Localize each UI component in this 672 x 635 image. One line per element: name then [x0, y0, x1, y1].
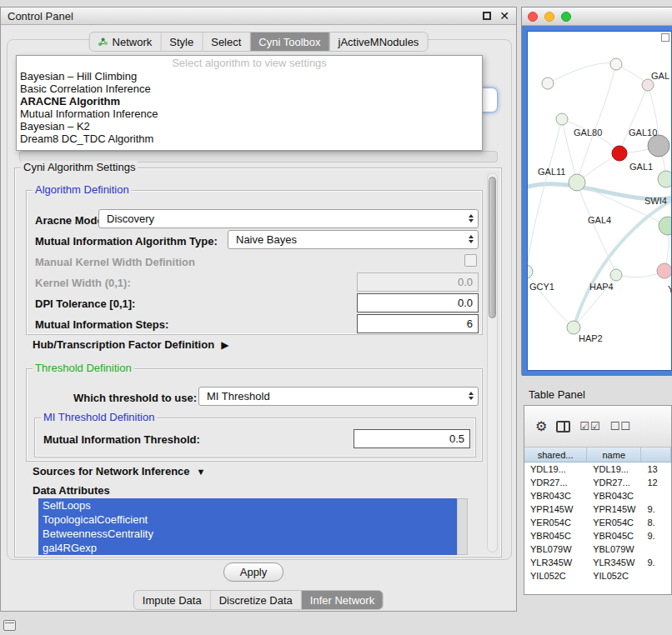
- network-node[interactable]: [569, 174, 585, 191]
- network-node[interactable]: [612, 146, 627, 161]
- network-node[interactable]: [659, 217, 672, 235]
- hub-transcription-factor-section[interactable]: Hub/Transcription Factor Definition ▶: [33, 338, 228, 351]
- network-node-gal80[interactable]: [556, 113, 568, 125]
- algorithm-popup-placeholder[interactable]: Select algorithm to view settings: [18, 57, 481, 70]
- tab-network[interactable]: Network: [90, 32, 162, 51]
- canvas-toggle-checkbox[interactable]: [661, 33, 669, 42]
- tab-label: Network: [113, 36, 153, 48]
- mac-minimize-button[interactable]: [544, 12, 554, 22]
- network-node-gal[interactable]: [642, 79, 654, 91]
- control-panel-window: Control Panel ✕ NetworkStyleSelectCyni T…: [0, 7, 517, 612]
- table-row[interactable]: YPR145WYPR145W9.: [524, 502, 671, 516]
- tab-jactivemnodules[interactable]: jActiveMNodules: [330, 32, 428, 51]
- bottom-tab-infer-network[interactable]: Infer Network: [302, 591, 383, 609]
- data-attributes-list: SelfLoopsTopologicalCoefficientBetweenne…: [38, 498, 457, 555]
- tab-select[interactable]: Select: [203, 32, 250, 51]
- sources-for-network-inference-section[interactable]: Sources for Network Inference ▼: [33, 465, 205, 478]
- attribute-item-gal4rgexp[interactable]: gal4RGexp: [38, 541, 457, 555]
- group-title: Threshold Definition: [33, 362, 134, 374]
- float-window-icon[interactable]: [483, 12, 491, 20]
- table-cell: 9.: [641, 558, 671, 568]
- cyni-algorithm-settings-group: Cyni Algorithm Settings Algorithm Defini…: [14, 168, 502, 558]
- network-node[interactable]: [657, 263, 672, 278]
- attribute-item-selfloops[interactable]: SelfLoops: [38, 498, 457, 512]
- manual-kernel-width-label: Manual Kernel Width Definition: [35, 256, 195, 268]
- bottom-tab-impute-data[interactable]: Impute Data: [134, 591, 211, 609]
- kernel-width-field[interactable]: 0.0: [357, 272, 479, 292]
- network-node[interactable]: [610, 269, 622, 281]
- expand-down-icon[interactable]: ▼: [197, 467, 206, 477]
- algorithm-option-dream8-dc-tdc-algorithm[interactable]: Dream8 DC_TDC Algorithm: [18, 132, 481, 145]
- network-edge[interactable]: [548, 63, 616, 83]
- table-row[interactable]: YBR043CYBR043C: [524, 489, 671, 502]
- table-row[interactable]: YBL079WYBL079W: [524, 542, 671, 556]
- unchecked-boxes-icon[interactable]: ☐☐: [610, 420, 631, 432]
- bottom-tab-discretize-data[interactable]: Discretize Data: [211, 591, 302, 609]
- algorithm-definition-group: Algorithm Definition Aracne Mode: Discov…: [26, 190, 483, 335]
- algorithm-option-mutual-information-inference[interactable]: Mutual Information Inference: [18, 108, 481, 120]
- mi-threshold-definition-group: MI Threshold Definition Mutual Informati…: [34, 418, 476, 458]
- network-node-gcy1[interactable]: [528, 265, 533, 278]
- table-cell: YDL19...: [524, 464, 587, 474]
- table-cell: YIL052C: [587, 571, 641, 581]
- attribute-item-topologicalcoefficient[interactable]: TopologicalCoefficient: [38, 512, 457, 527]
- attributes-list-scrollbar[interactable]: [457, 498, 468, 555]
- settings-scrollbar-thumb[interactable]: [489, 177, 496, 318]
- network-node-label-gal4: GAL4: [588, 215, 611, 225]
- tab-style[interactable]: Style: [161, 32, 203, 51]
- which-threshold-label: Which threshold to use:: [73, 392, 197, 404]
- aracne-mode-select[interactable]: Discovery: [98, 209, 479, 228]
- column-header-2[interactable]: [641, 448, 671, 462]
- mi-steps-label: Mutual Information Steps:: [35, 318, 168, 331]
- algorithm-option-aracne-algorithm[interactable]: ARACNE Algorithm: [18, 95, 481, 108]
- network-edge[interactable]: [619, 85, 648, 153]
- mac-close-button[interactable]: [528, 12, 538, 22]
- dpi-tolerance-field[interactable]: 0.0: [357, 293, 479, 312]
- network-edge[interactable]: [528, 119, 562, 272]
- gear-icon[interactable]: ⚙: [535, 418, 547, 434]
- algorithm-option-basic-correlation-inference[interactable]: Basic Correlation Inference: [18, 82, 481, 95]
- mi-steps-field[interactable]: 6: [357, 314, 479, 333]
- column-header-shared[interactable]: shared...: [524, 448, 587, 462]
- apply-button[interactable]: Apply: [223, 562, 283, 582]
- attribute-item-betweennesscentrality[interactable]: BetweennessCentrality: [38, 527, 457, 541]
- algorithm-option-bayesian-k2[interactable]: Bayesian – K2: [18, 120, 481, 132]
- network-edge[interactable]: [577, 182, 616, 275]
- column-header-name[interactable]: name: [587, 448, 641, 462]
- network-node-label-hap2: HAP2: [579, 333, 603, 343]
- table-cell: YBR043C: [587, 491, 641, 501]
- checked-boxes-icon[interactable]: ☑☑: [579, 420, 600, 432]
- table-row[interactable]: YDL19...YDL19...13: [524, 462, 671, 476]
- which-threshold-select[interactable]: MI Threshold: [198, 387, 479, 406]
- mac-zoom-button[interactable]: [561, 12, 571, 22]
- network-edge[interactable]: [528, 272, 574, 328]
- mi-algorithm-type-select[interactable]: Naive Bayes: [228, 230, 479, 249]
- mi-threshold-field[interactable]: 0.5: [354, 429, 470, 448]
- network-focus-frame: GALGAL80GAL10GAL11GAL1SWI4GAL4GCY1HAP4YH…: [522, 26, 672, 376]
- threshold-definition-group: Threshold Definition Which threshold to …: [26, 368, 483, 462]
- settings-scrollbar-track[interactable]: [487, 172, 498, 552]
- table-row[interactable]: YIL052CYIL052C: [524, 569, 671, 582]
- minimized-panel-icon[interactable]: [3, 620, 16, 631]
- expand-right-icon[interactable]: ▶: [221, 339, 228, 351]
- network-node-gal10[interactable]: [648, 135, 669, 157]
- network-node[interactable]: [542, 78, 554, 89]
- network-node[interactable]: [658, 171, 672, 188]
- network-node[interactable]: [567, 321, 580, 334]
- window-title: Control Panel: [8, 10, 483, 22]
- table-row[interactable]: YER054CYER054C8.: [524, 516, 671, 529]
- network-canvas[interactable]: GALGAL80GAL10GAL11GAL1SWI4GAL4GCY1HAP4YH…: [527, 31, 672, 371]
- tab-cyni-toolbox[interactable]: Cyni Toolbox: [250, 32, 329, 51]
- manual-kernel-width-checkbox[interactable]: [464, 254, 477, 267]
- algorithm-option-bayesian-hill-climbing[interactable]: Bayesian – Hill Climbing: [18, 70, 481, 82]
- table-cell: 9.: [641, 504, 671, 514]
- network-node[interactable]: [610, 58, 622, 70]
- table-panel-window: ⚙ ☑☑ ☐☐ shared...name YDL19...YDL19...13…: [524, 405, 672, 595]
- table-row[interactable]: YDR27...YDR27...12: [524, 476, 671, 489]
- algorithm-popup-list: Bayesian – Hill ClimbingBasic Correlatio…: [18, 70, 481, 145]
- columns-icon[interactable]: [556, 421, 570, 432]
- network-edge[interactable]: [577, 64, 616, 182]
- table-row[interactable]: YBR045CYBR045C9.: [524, 529, 671, 542]
- close-icon[interactable]: ✕: [499, 10, 509, 22]
- table-row[interactable]: YLR345WYLR345W9.: [524, 556, 671, 569]
